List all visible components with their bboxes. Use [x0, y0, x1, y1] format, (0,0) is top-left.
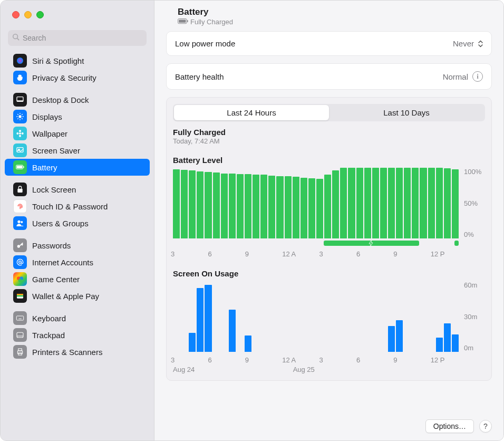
- battery-level-bar: [324, 175, 331, 238]
- screen-on-bar: [229, 310, 236, 352]
- last-charged-title: Fully Charged: [173, 128, 485, 137]
- battery-level-bar: [213, 172, 220, 238]
- svg-point-18: [22, 132, 24, 135]
- tab-last-10-days[interactable]: Last 10 Days: [329, 105, 484, 120]
- sidebar-item-label: Printers & Scanners: [32, 348, 102, 357]
- svg-rect-48: [187, 20, 188, 22]
- gamecenter-icon: [13, 272, 27, 286]
- lock-icon: [13, 183, 27, 196]
- main-content: Battery Fully Charged Low power mode Nev…: [154, 1, 503, 440]
- keyboard-icon: [13, 311, 27, 325]
- svg-rect-4: [17, 100, 23, 101]
- sidebar-item-wallet-apple-pay[interactable]: Wallet & Apple Pay: [5, 287, 150, 304]
- screen-on-day-labels: Aug 24Aug 25: [173, 366, 459, 374]
- info-icon[interactable]: i: [472, 71, 483, 82]
- close-icon[interactable]: [12, 11, 20, 18]
- window-controls: [12, 11, 44, 18]
- sidebar-item-lock-screen[interactable]: Lock Screen: [5, 181, 150, 198]
- energy-history-card: Last 24 Hours Last 10 Days Fully Charged…: [166, 97, 492, 381]
- last-charged-status: Fully Charged Today, 7:42 AM: [173, 128, 485, 145]
- battery-level-bar: [412, 168, 419, 238]
- battery-level-bar: [205, 172, 211, 238]
- screen-on-yaxis: 60m30m0m: [464, 281, 485, 352]
- battery-level-bar: [372, 168, 379, 238]
- hand-icon: [13, 71, 27, 84]
- low-power-dropdown[interactable]: Never: [453, 39, 483, 48]
- sidebar: Siri & SpotlightPrivacy & SecurityDeskto…: [1, 1, 154, 440]
- battery-level-title: Battery Level: [173, 156, 485, 165]
- battery-level-bar: [388, 168, 395, 238]
- battery-health-row: Battery health Normal i: [166, 63, 492, 90]
- battery-level-bar: [268, 176, 275, 238]
- minimize-icon[interactable]: [24, 11, 32, 18]
- sidebar-item-printers-scanners[interactable]: Printers & Scanners: [5, 343, 150, 360]
- svg-point-14: [19, 132, 21, 135]
- low-power-label: Low power mode: [175, 39, 235, 48]
- battery-level-bar: [444, 168, 451, 238]
- search-field[interactable]: [8, 30, 147, 46]
- svg-rect-44: [18, 349, 22, 351]
- last-charged-time: Today, 7:42 AM: [173, 137, 485, 145]
- svg-rect-45: [18, 353, 22, 355]
- battery-level-bar: [340, 168, 347, 238]
- screen-on-bar: [436, 338, 443, 352]
- time-range-tabs: Last 24 Hours Last 10 Days: [173, 104, 485, 121]
- screen-on-bar: [444, 323, 451, 352]
- sidebar-item-label: Game Center: [32, 275, 80, 284]
- sidebar-item-desktop-dock[interactable]: Desktop & Dock: [5, 91, 150, 108]
- battery-level-bar: [173, 169, 180, 238]
- sidebar-item-label: Battery: [32, 163, 57, 172]
- sidebar-item-users-groups[interactable]: Users & Groups: [5, 215, 150, 232]
- sidebar-item-wallpaper[interactable]: Wallpaper: [5, 125, 150, 142]
- touchid-icon: [13, 199, 27, 213]
- low-power-value: Never: [453, 39, 474, 48]
- dock-icon: [13, 93, 27, 107]
- maximize-icon[interactable]: [36, 11, 44, 18]
- svg-rect-24: [17, 189, 22, 193]
- sidebar-item-privacy-security[interactable]: Privacy & Security: [5, 69, 150, 86]
- options-button[interactable]: Options…: [425, 419, 474, 433]
- battery-level-bar: [237, 174, 244, 238]
- tab-last-24-hours[interactable]: Last 24 Hours: [174, 105, 329, 120]
- charging-indicator: [173, 241, 459, 246]
- page-title: Battery: [178, 7, 491, 17]
- battery-level-bar: [356, 168, 363, 238]
- battery-level-bar: [189, 170, 196, 238]
- svg-rect-22: [17, 166, 23, 168]
- sidebar-item-keyboard[interactable]: Keyboard: [5, 310, 150, 327]
- help-button[interactable]: ?: [479, 420, 492, 433]
- svg-point-15: [19, 130, 21, 132]
- screen-on-bar: [245, 335, 251, 352]
- battery-level-bar: [364, 168, 371, 238]
- svg-line-1: [17, 39, 20, 41]
- sidebar-item-label: Wallet & Apple Pay: [32, 292, 99, 301]
- battery-level-bar: [229, 174, 236, 238]
- battery-level-bar: [245, 174, 251, 238]
- battery-level-bar: [181, 170, 188, 238]
- sidebar-item-label: Users & Groups: [32, 219, 89, 228]
- sidebar-item-label: Touch ID & Password: [32, 202, 108, 211]
- sun-icon: [13, 110, 27, 123]
- battery-level-bar: [332, 170, 339, 238]
- sidebar-item-battery[interactable]: Battery: [5, 159, 150, 176]
- sidebar-item-screen-saver[interactable]: Screen Saver: [5, 142, 150, 159]
- battery-level-bar: [285, 176, 292, 238]
- search-input[interactable]: [23, 34, 142, 42]
- svg-point-2: [17, 57, 23, 64]
- battery-health-label: Battery health: [175, 72, 224, 81]
- screen-on-bar: [205, 285, 211, 352]
- sidebar-item-label: Privacy & Security: [32, 73, 96, 82]
- sidebar-item-siri-spotlight[interactable]: Siri & Spotlight: [5, 52, 150, 69]
- sidebar-item-trackpad[interactable]: Trackpad: [5, 327, 150, 343]
- sidebar-item-internet-accounts[interactable]: Internet Accounts: [5, 254, 150, 271]
- svg-point-31: [18, 279, 22, 282]
- sidebar-item-displays[interactable]: Displays: [5, 108, 150, 125]
- sidebar-item-game-center[interactable]: Game Center: [5, 271, 150, 287]
- sidebar-item-touch-id-password[interactable]: Touch ID & Password: [5, 198, 150, 215]
- svg-rect-41: [17, 332, 23, 337]
- screen-on-title: Screen On Usage: [173, 269, 485, 278]
- battery-level-bar: [316, 179, 323, 238]
- sidebar-item-passwords[interactable]: Passwords: [5, 237, 150, 254]
- battery-level-bar: [253, 175, 259, 238]
- svg-rect-23: [23, 166, 24, 168]
